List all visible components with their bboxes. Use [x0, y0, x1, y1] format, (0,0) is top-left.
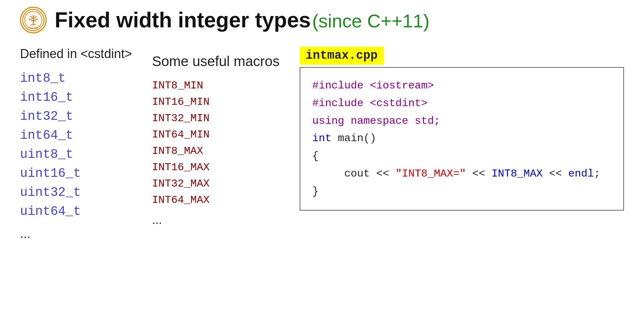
macro-item: INT8_MAX — [152, 145, 280, 157]
header: 科技大學 Fixed width integer types (since C+… — [20, 7, 624, 33]
university-logo: 科技大學 — [20, 7, 47, 33]
main-content: Defined in <cstdint> int8_tint16_tint32_… — [20, 47, 624, 241]
type-item: uint32_t — [20, 185, 132, 200]
slide-page: 科技大學 Fixed width integer types (since C+… — [0, 0, 644, 313]
type-item: uint8_t — [20, 147, 132, 162]
macro-item: ... — [152, 213, 280, 227]
code-line-7: } — [312, 183, 611, 201]
svg-line-5 — [29, 19, 33, 21]
svg-line-4 — [33, 16, 37, 19]
code-line-1: #include <iostream> — [312, 77, 611, 95]
middle-column: Some useful macros INT8_MININT16_MININT3… — [152, 47, 280, 227]
svg-line-6 — [33, 19, 38, 21]
svg-line-3 — [30, 16, 33, 19]
type-item: int32_t — [20, 109, 132, 123]
code-line-4: int main() — [312, 130, 611, 147]
macro-item: INT32_MAX — [152, 178, 280, 190]
macro-item: INT64_MAX — [152, 194, 280, 206]
right-column: intmax.cpp #include <iostream> #include … — [300, 47, 624, 211]
defined-in-label: Defined in <cstdint> — [20, 47, 132, 61]
left-column: Defined in <cstdint> int8_tint16_tint32_… — [20, 47, 132, 241]
macro-item: INT64_MIN — [152, 128, 280, 141]
code-line-5: { — [312, 147, 611, 165]
filename-badge: intmax.cpp — [300, 47, 384, 64]
code-line-2: #include <cstdint> — [312, 95, 611, 112]
page-subtitle: (since C++11) — [312, 10, 430, 31]
type-item: int8_t — [20, 71, 132, 85]
macro-item: INT16_MIN — [152, 96, 280, 108]
title-group: Fixed width integer types (since C++11) — [55, 8, 429, 32]
type-item: int64_t — [20, 128, 132, 142]
code-box: #include <iostream> #include <cstdint> u… — [300, 67, 624, 211]
macros-title: Some useful macros — [152, 53, 280, 69]
type-item: int16_t — [20, 90, 132, 104]
macro-list: INT8_MININT16_MININT32_MININT64_MININT8_… — [152, 79, 280, 227]
code-line-6: cout << "INT8_MAX=" << INT8_MAX << endl; — [312, 165, 611, 183]
code-line-3: using namespace std; — [312, 112, 611, 130]
type-item: uint64_t — [20, 204, 132, 219]
page-title: Fixed width integer types — [55, 8, 311, 32]
macro-item: INT8_MIN — [152, 79, 280, 92]
svg-text:科技大學: 科技大學 — [29, 27, 38, 29]
type-item: uint16_t — [20, 166, 132, 181]
macro-item: INT16_MAX — [152, 161, 280, 174]
type-item: ... — [20, 227, 132, 241]
macro-item: INT32_MIN — [152, 112, 280, 124]
type-list: int8_tint16_tint32_tint64_tuint8_tuint16… — [20, 71, 132, 241]
